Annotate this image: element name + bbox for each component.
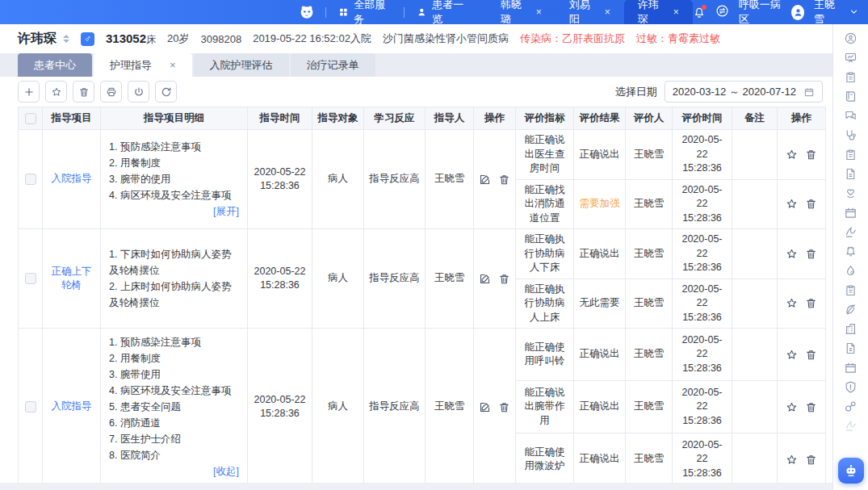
- doc-glyph[interactable]: [844, 341, 858, 355]
- delete-icon[interactable]: [498, 273, 510, 285]
- heart-glyph[interactable]: [844, 186, 858, 200]
- patient-assess-icon[interactable]: [844, 148, 858, 161]
- bellо-glyph[interactable]: [844, 245, 858, 258]
- print-button[interactable]: [100, 81, 122, 103]
- edit-icon[interactable]: [479, 401, 491, 413]
- power-icon[interactable]: [133, 86, 145, 98]
- close-icon[interactable]: ×: [605, 6, 610, 18]
- stethoscope-icon[interactable]: [844, 128, 858, 142]
- clip-glyph[interactable]: [844, 283, 858, 297]
- user-avatar[interactable]: [791, 5, 804, 20]
- expand-toggle-link[interactable]: [展开]: [109, 203, 239, 220]
- patient-switch-arrows-icon[interactable]: [63, 35, 69, 43]
- favorite-icon[interactable]: [786, 401, 798, 413]
- date-range-input[interactable]: 2020-03-12 ～ 2020-07-12: [665, 81, 823, 103]
- shield-alert-icon[interactable]: [844, 380, 858, 394]
- patient-tab-韩晓璐[interactable]: 韩晓璐×: [487, 0, 556, 24]
- star-icon[interactable]: [51, 86, 62, 98]
- doc-settings-icon[interactable]: [844, 341, 858, 355]
- clip-glyph[interactable]: [844, 148, 858, 161]
- fluid-drop-icon[interactable]: [844, 264, 858, 278]
- refresh-button[interactable]: [155, 81, 177, 103]
- care-plan-icon[interactable]: [844, 70, 858, 84]
- secure-record-icon[interactable]: [844, 283, 858, 297]
- close-icon[interactable]: ×: [536, 6, 542, 18]
- plus-icon[interactable]: [23, 86, 35, 98]
- select-all-checkbox[interactable]: [25, 113, 36, 124]
- close-icon[interactable]: ×: [673, 6, 679, 18]
- calendar-icon[interactable]: [844, 361, 858, 375]
- favorite-icon[interactable]: [786, 149, 798, 161]
- cal-glyph[interactable]: [844, 361, 858, 375]
- expand-toggle-link[interactable]: [收起]: [109, 463, 239, 480]
- alarm-icon[interactable]: [844, 245, 858, 258]
- notification-bell-icon[interactable]: [693, 6, 706, 19]
- delete-icon[interactable]: [498, 174, 510, 186]
- nursing-record-icon[interactable]: [844, 90, 858, 103]
- guidance-item-link[interactable]: 正确上下轮椅: [52, 266, 92, 291]
- heart-schedule-icon[interactable]: [844, 206, 858, 220]
- pills-glyph[interactable]: [844, 400, 858, 413]
- teach-board-icon[interactable]: [844, 51, 858, 65]
- guidance-item-link[interactable]: 入院指导: [52, 173, 92, 184]
- care-heart-icon[interactable]: [844, 186, 858, 200]
- shield-glyph[interactable]: [844, 380, 858, 394]
- power-button[interactable]: [128, 81, 149, 103]
- delete-icon[interactable]: [498, 401, 510, 413]
- clip-glyph[interactable]: [844, 70, 858, 84]
- hospital-icon[interactable]: [844, 322, 858, 336]
- guidance-item-link[interactable]: 入院指导: [52, 400, 92, 412]
- delete-icon[interactable]: [805, 454, 817, 466]
- stetho-glyph[interactable]: [844, 128, 858, 142]
- nav-all-services[interactable]: 全部服务: [336, 0, 394, 27]
- leaf-glyph[interactable]: [844, 303, 858, 316]
- delete-icon[interactable]: [805, 297, 817, 309]
- tab-护理指导[interactable]: 护理指导×: [94, 53, 192, 77]
- favorite-icon[interactable]: [786, 198, 798, 210]
- patient-tab-许玮琛[interactable]: 许玮琛×: [624, 0, 693, 24]
- close-icon[interactable]: ×: [170, 59, 176, 71]
- building-glyph[interactable]: [844, 322, 858, 336]
- doc-glyph[interactable]: [844, 167, 858, 181]
- row-checkbox[interactable]: [25, 401, 36, 413]
- message-icon[interactable]: [844, 109, 858, 123]
- wave-glyph[interactable]: [844, 225, 858, 239]
- chevron-down-icon[interactable]: [849, 6, 858, 19]
- add-button[interactable]: [18, 81, 40, 103]
- favorite-icon[interactable]: [786, 454, 798, 466]
- edit-icon[interactable]: [479, 174, 491, 186]
- delete-icon[interactable]: [805, 149, 817, 161]
- medication-link-icon[interactable]: [844, 400, 858, 413]
- user-glyph[interactable]: [844, 31, 858, 45]
- row-checkbox[interactable]: [25, 174, 36, 185]
- nav-patient-list[interactable]: 患者一览: [414, 0, 472, 27]
- board-glyph[interactable]: [844, 51, 858, 65]
- cal-glyph[interactable]: [844, 206, 858, 220]
- patient-tab-刘易阳[interactable]: 刘易阳×: [556, 0, 624, 24]
- user-profile-icon[interactable]: [844, 31, 858, 45]
- favorite-button[interactable]: [45, 81, 67, 103]
- favorite-icon[interactable]: [786, 297, 798, 309]
- favorite-icon[interactable]: [786, 248, 798, 260]
- book-glyph[interactable]: [844, 90, 858, 103]
- row-checkbox[interactable]: [25, 273, 36, 284]
- delete-icon[interactable]: [805, 248, 817, 260]
- delete-button[interactable]: [73, 81, 94, 103]
- favorite-icon[interactable]: [786, 349, 798, 361]
- edit-icon[interactable]: [479, 273, 491, 285]
- tab-入院护理评估[interactable]: 入院护理评估: [194, 53, 289, 77]
- drop-glyph[interactable]: [844, 264, 858, 278]
- faded-glyph[interactable]: [844, 419, 858, 433]
- tab-治疗记录单[interactable]: 治疗记录单: [291, 53, 375, 77]
- trash-icon[interactable]: [78, 86, 90, 98]
- assistant-app-icon[interactable]: [838, 458, 864, 484]
- switch-ward-icon[interactable]: [715, 4, 729, 20]
- signature-icon[interactable]: [844, 225, 858, 239]
- doc-transfer-icon[interactable]: [844, 167, 858, 181]
- refresh-icon[interactable]: [161, 86, 172, 98]
- tab-患者中心[interactable]: 患者中心: [18, 53, 92, 77]
- hidden-tool-icon[interactable]: [844, 419, 858, 433]
- delete-icon[interactable]: [805, 401, 817, 413]
- leaf-icon[interactable]: [844, 303, 858, 316]
- print-icon[interactable]: [106, 86, 117, 98]
